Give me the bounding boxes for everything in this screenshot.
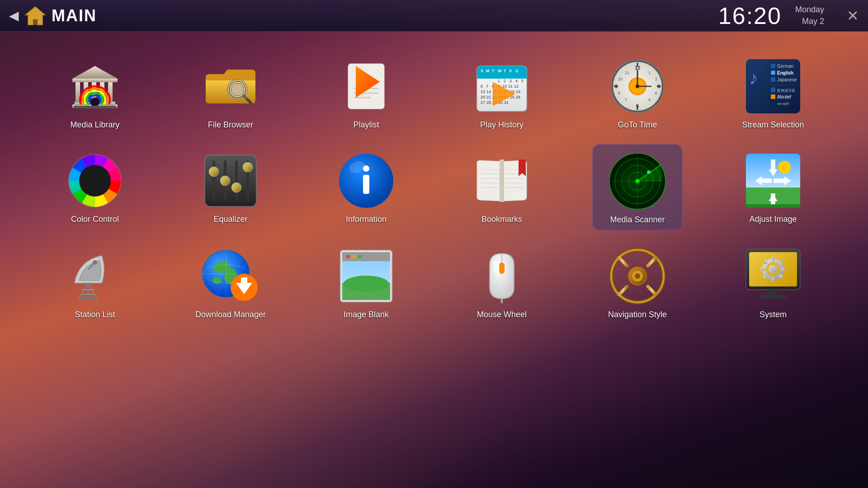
- svg-rect-203: [760, 295, 787, 299]
- svg-point-110: [79, 165, 111, 197]
- svg-text:27: 27: [481, 100, 485, 105]
- svg-text:5: 5: [521, 79, 524, 83]
- grid-row-1: Media Library: [27, 50, 841, 135]
- svg-text:T: T: [504, 69, 506, 73]
- svg-line-193: [619, 258, 627, 266]
- svg-text:8: 8: [618, 91, 620, 95]
- app-equalizer[interactable]: Equalizer: [185, 144, 276, 230]
- svg-point-159: [93, 260, 97, 265]
- app-goto-time[interactable]: 12 3 6 9 1 2 4 5 7 8 10 11: [592, 50, 683, 135]
- app-media-scanner[interactable]: Media Scanner: [592, 144, 683, 230]
- svg-text:12: 12: [635, 65, 640, 70]
- app-media-library[interactable]: Media Library: [50, 50, 140, 135]
- svg-point-178: [344, 276, 389, 292]
- bookmarks-label: Bookmarks: [481, 215, 522, 224]
- svg-rect-125: [500, 160, 504, 202]
- app-navigation-style[interactable]: Navigation Style: [592, 239, 683, 325]
- svg-line-164: [79, 283, 88, 299]
- svg-text:1: 1: [648, 70, 651, 75]
- svg-text:2: 2: [504, 79, 506, 83]
- svg-rect-18: [74, 106, 116, 108]
- header-left: ◀ MAIN: [9, 6, 97, 26]
- equalizer-icon: [201, 151, 260, 210]
- grid-row-2: Color Control: [27, 144, 841, 230]
- app-play-history[interactable]: S M T W T F S 1 2 3 4 5 6 7 8 9: [457, 50, 547, 135]
- svg-line-196: [619, 286, 627, 295]
- svg-rect-107: [771, 94, 775, 99]
- media-scanner-label: Media Scanner: [610, 215, 665, 225]
- svg-text:1: 1: [498, 79, 500, 83]
- information-icon: [337, 151, 396, 210]
- svg-text:7: 7: [486, 84, 488, 89]
- system-label: System: [760, 310, 787, 319]
- app-image-blank[interactable]: Image Blank: [321, 239, 411, 325]
- svg-text:20: 20: [481, 95, 485, 99]
- svg-text:♪: ♪: [749, 68, 758, 88]
- home-icon[interactable]: [24, 6, 46, 26]
- svg-text:12: 12: [514, 84, 519, 89]
- system-icon: [744, 247, 802, 305]
- svg-line-195: [648, 258, 656, 266]
- app-mouse-wheel[interactable]: Mouse Wheel: [457, 239, 547, 325]
- svg-rect-208: [760, 268, 765, 271]
- app-download-manager[interactable]: Download Manager: [185, 239, 276, 325]
- svg-rect-101: [771, 77, 775, 82]
- mouse-wheel-label: Mouse Wheel: [477, 310, 527, 319]
- svg-line-194: [648, 286, 656, 295]
- svg-text:S: S: [515, 69, 518, 73]
- app-color-control[interactable]: Color Control: [50, 144, 140, 230]
- app-adjust-image[interactable]: Adjust Image: [728, 144, 818, 230]
- svg-text:2: 2: [655, 77, 657, 81]
- svg-rect-151: [771, 160, 775, 170]
- svg-marker-10: [72, 66, 118, 79]
- svg-rect-157: [774, 178, 784, 183]
- svg-text:10: 10: [618, 77, 623, 81]
- app-stream-selection[interactable]: ♪ German English Japanese 変換描写器: [728, 50, 818, 135]
- header-right: 16:20 Monday May 2 ✕: [718, 2, 859, 29]
- svg-text:5: 5: [648, 98, 651, 102]
- svg-rect-9: [72, 79, 118, 82]
- color-control-icon: [66, 151, 124, 210]
- svg-text:4: 4: [515, 79, 518, 83]
- back-button[interactable]: ◀: [9, 8, 19, 23]
- header: ◀ MAIN 16:20 Monday May 2 ✕: [0, 0, 868, 32]
- svg-point-199: [635, 273, 640, 279]
- svg-rect-99: [771, 71, 775, 75]
- svg-text:W: W: [498, 69, 502, 73]
- app-system[interactable]: System: [728, 239, 818, 325]
- information-label: Information: [346, 215, 387, 224]
- close-button[interactable]: ✕: [847, 7, 859, 24]
- svg-point-149: [778, 161, 791, 174]
- svg-text:13: 13: [481, 89, 485, 94]
- app-file-browser[interactable]: File Browser: [185, 50, 276, 135]
- play-history-icon: S M T W T F S 1 2 3 4 5 6 7 8 9: [472, 57, 531, 116]
- date-display: Monday May 2: [795, 4, 824, 27]
- svg-point-180: [346, 255, 350, 258]
- svg-point-205: [769, 265, 778, 274]
- svg-text:4: 4: [655, 91, 657, 95]
- svg-point-93: [636, 84, 639, 88]
- playlist-icon: [337, 57, 396, 116]
- app-information[interactable]: Information: [321, 144, 411, 230]
- svg-text:6: 6: [481, 84, 483, 89]
- svg-rect-123: [363, 175, 369, 194]
- stream-selection-label: Stream Selection: [742, 120, 804, 130]
- svg-text:T: T: [492, 69, 495, 73]
- app-playlist[interactable]: Playlist: [321, 50, 411, 135]
- svg-text:28: 28: [486, 100, 491, 105]
- playlist-label: Playlist: [353, 120, 379, 130]
- download-manager-icon: [201, 247, 260, 305]
- file-browser-label: File Browser: [208, 120, 253, 130]
- svg-point-118: [231, 183, 241, 192]
- svg-text:M: M: [486, 69, 490, 73]
- svg-text:3: 3: [509, 79, 512, 83]
- svg-line-165: [88, 283, 97, 299]
- app-station-list[interactable]: Station List: [50, 239, 140, 325]
- media-library-icon: [66, 57, 124, 116]
- svg-text:変換描写器: 変換描写器: [777, 89, 795, 93]
- time-display: 16:20: [718, 2, 782, 29]
- svg-rect-1: [33, 19, 38, 25]
- app-bookmarks[interactable]: Bookmarks: [457, 144, 547, 230]
- svg-text:26: 26: [516, 95, 520, 99]
- svg-text:7: 7: [625, 98, 627, 102]
